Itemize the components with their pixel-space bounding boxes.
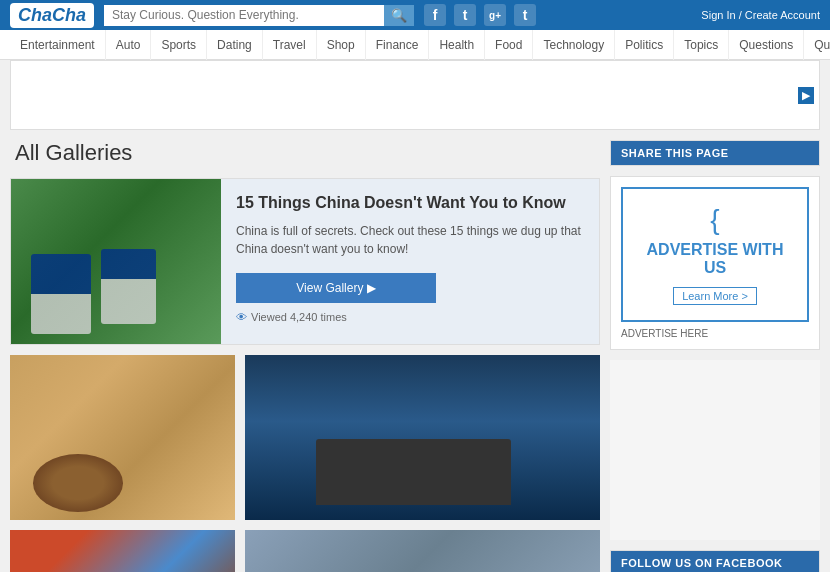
logo[interactable]: ChaCha [10,3,94,28]
nav-topics[interactable]: Topics [674,30,729,60]
featured-gallery-desc: China is full of secrets. Check out thes… [236,222,584,258]
gallery-thumb-person[interactable] [245,530,600,572]
nav-travel[interactable]: Travel [263,30,317,60]
nav-auto[interactable]: Auto [106,30,152,60]
advertise-here-link[interactable]: ADVERTISE HERE [621,328,809,339]
featured-gallery-info: 15 Things China Doesn't Want You to Know… [221,179,599,344]
ad-icon: ▶ [798,87,814,104]
featured-gallery-thumb [11,179,221,344]
search-container: 🔍 [104,5,414,26]
sidebar: SHARE THIS PAGE { ADVERTISE WITH US Lear… [610,140,820,572]
nav-questions[interactable]: Questions [729,30,804,60]
header: ChaCha 🔍 f t g+ t Sign In / Create Accou… [0,0,830,30]
eye-icon: 👁 [236,311,247,323]
nav-finance[interactable]: Finance [366,30,430,60]
twitter-icon[interactable]: t [454,4,476,26]
follow-section: FOLLOW US ON FACEBOOK [610,550,820,572]
advertise-box[interactable]: { ADVERTISE WITH US Learn More > [621,187,809,322]
sidebar-large-ad [610,360,820,540]
featured-gallery-title[interactable]: 15 Things China Doesn't Want You to Know [236,194,584,212]
laptop-image [245,355,600,520]
person-image [245,530,600,572]
share-section: SHARE THIS PAGE [610,140,820,166]
view-gallery-button[interactable]: View Gallery ▶ [236,273,436,303]
nav-entertainment[interactable]: Entertainment [10,30,106,60]
viewed-count: 👁 Viewed 4,240 times [236,311,584,323]
bread-image [10,355,235,520]
ad-banner: ▶ [10,60,820,130]
search-button[interactable]: 🔍 [384,5,414,26]
share-section-header: SHARE THIS PAGE [611,141,819,165]
gallery-thumb-crowd[interactable] [10,530,235,572]
signin-link[interactable]: Sign In / Create Account [701,9,820,21]
gallery-row-2 [10,355,600,520]
nav-politics[interactable]: Politics [615,30,674,60]
search-input[interactable] [104,5,384,26]
nav-sports[interactable]: Sports [151,30,207,60]
content-area: All Galleries 15 Things China Doesn't Wa… [10,140,600,572]
gallery-row-3 [10,530,600,572]
football-image [11,179,221,344]
advertise-title: ADVERTISE WITH US [638,241,792,277]
nav-health[interactable]: Health [429,30,485,60]
follow-section-header: FOLLOW US ON FACEBOOK [611,551,819,572]
social-icons: f t g+ t [424,4,536,26]
viewed-count-text: Viewed 4,240 times [251,311,347,323]
advertise-section: { ADVERTISE WITH US Learn More > ADVERTI… [610,176,820,350]
nav-food[interactable]: Food [485,30,533,60]
nav-quizzes[interactable]: Quizzes [804,30,830,60]
logo-area: ChaCha [10,3,94,28]
gallery-thumb-laptop[interactable] [245,355,600,520]
featured-gallery-item: 15 Things China Doesn't Want You to Know… [10,178,600,345]
navbar: Entertainment Auto Sports Dating Travel … [0,30,830,60]
tumblr-icon[interactable]: t [514,4,536,26]
facebook-icon[interactable]: f [424,4,446,26]
learn-more-link[interactable]: Learn More > [673,287,757,305]
open-brace: { [710,204,719,236]
nav-shop[interactable]: Shop [317,30,366,60]
page-title: All Galleries [15,140,600,166]
gallery-thumb-bread[interactable] [10,355,235,520]
googleplus-icon[interactable]: g+ [484,4,506,26]
advertise-content: { ADVERTISE WITH US Learn More > ADVERTI… [611,177,819,349]
main-content: All Galleries 15 Things China Doesn't Wa… [0,130,830,572]
nav-dating[interactable]: Dating [207,30,263,60]
crowd-image [10,530,235,572]
nav-technology[interactable]: Technology [533,30,615,60]
